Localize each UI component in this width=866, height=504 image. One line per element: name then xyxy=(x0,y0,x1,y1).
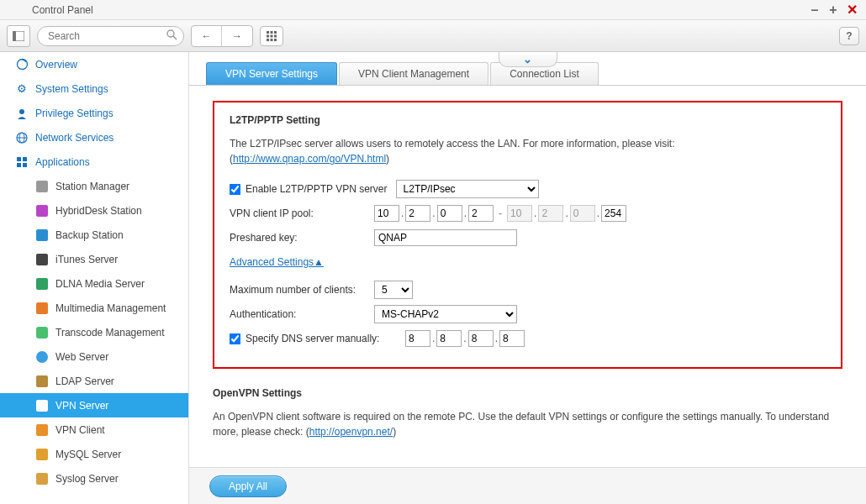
expand-handle[interactable]: ⌄ xyxy=(499,52,557,67)
sidebar-item-label: Syslog Server xyxy=(55,473,119,485)
syslog-icon xyxy=(35,472,49,486)
sidebar-item-syslog[interactable]: Syslog Server xyxy=(0,466,188,491)
psk-label: Preshared key: xyxy=(230,232,374,244)
svg-rect-12 xyxy=(274,39,277,41)
maximize-button[interactable]: + xyxy=(826,3,841,18)
sidebar-item-vpn-server[interactable]: VPN Server xyxy=(0,393,188,417)
titlebar: Control Panel – + ✕ xyxy=(0,0,866,20)
panel-toggle-button[interactable] xyxy=(7,25,30,47)
tab-vpn-client-management[interactable]: VPN Client Management xyxy=(339,62,488,85)
user-icon xyxy=(15,107,29,120)
sidebar-item-backup-station[interactable]: Backup Station xyxy=(0,223,188,247)
svg-rect-21 xyxy=(23,163,27,167)
dns-manual-checkbox[interactable] xyxy=(230,333,241,344)
close-button[interactable]: ✕ xyxy=(844,3,859,18)
forward-button[interactable]: → xyxy=(222,26,252,46)
psk-input[interactable] xyxy=(374,229,517,246)
sidebar-item-transcode[interactable]: Transcode Management xyxy=(0,320,188,344)
arrow-left-icon: ← xyxy=(202,30,212,42)
sidebar-item-label: HybridDesk Station xyxy=(55,205,142,217)
svg-rect-5 xyxy=(271,31,273,34)
svg-rect-19 xyxy=(23,157,27,161)
sidebar-item-vpn-client[interactable]: VPN Client xyxy=(0,417,188,442)
svg-point-14 xyxy=(19,109,24,114)
sidebar-item-label: Privilege Settings xyxy=(35,108,114,119)
web-icon xyxy=(35,350,49,364)
window-title: Control Panel xyxy=(32,4,93,16)
svg-rect-9 xyxy=(274,34,277,37)
sidebar-item-station-manager[interactable]: Station Manager xyxy=(0,174,188,198)
vpn-protocol-select[interactable]: L2TP/IPsec xyxy=(396,180,539,198)
sidebar-item-label: Network Services xyxy=(35,132,114,144)
sidebar-item-mysql[interactable]: MySQL Server xyxy=(0,442,188,466)
dns-oct1[interactable] xyxy=(405,330,430,347)
station-icon xyxy=(35,180,49,193)
footer: Apply All xyxy=(189,467,866,504)
dlna-icon xyxy=(35,277,49,291)
globe-icon xyxy=(15,131,29,144)
help-button[interactable]: ? xyxy=(839,27,859,45)
ip-start-oct1[interactable] xyxy=(374,205,399,222)
sidebar-item-label: Overview xyxy=(35,59,77,71)
enable-l2tp-checkbox[interactable] xyxy=(230,183,241,195)
settings-panel[interactable]: L2TP/PPTP Setting The L2TP/IPsec server … xyxy=(189,86,866,467)
sidebar-item-label: Transcode Management xyxy=(55,327,165,339)
ip-end-oct1 xyxy=(507,205,532,222)
svg-rect-11 xyxy=(271,39,273,41)
sidebar-item-label: iTunes Server xyxy=(55,254,118,265)
auth-label: Authentication: xyxy=(230,308,374,320)
tab-vpn-server-settings[interactable]: VPN Server Settings xyxy=(206,62,337,85)
dns-oct2[interactable] xyxy=(436,330,462,347)
sidebar-item-overview[interactable]: Overview xyxy=(0,52,188,76)
itunes-icon xyxy=(35,253,49,266)
dns-oct3[interactable] xyxy=(468,330,494,347)
sidebar-item-network-services[interactable]: Network Services xyxy=(0,125,188,150)
l2tp-info-link[interactable]: http://www.qnap.com/go/VPN.html xyxy=(233,153,386,165)
ip-start-oct2[interactable] xyxy=(405,205,430,222)
sidebar-item-itunes[interactable]: iTunes Server xyxy=(0,247,188,271)
overview-icon xyxy=(15,58,29,71)
ip-start-oct4[interactable] xyxy=(468,205,494,222)
chevron-down-icon: ⌄ xyxy=(523,53,532,66)
dns-oct4[interactable] xyxy=(499,330,525,347)
auth-select[interactable]: MS-CHAPv2 xyxy=(374,305,517,323)
panel-icon xyxy=(13,31,24,41)
search-input[interactable] xyxy=(37,26,184,46)
sidebar-item-privilege-settings[interactable]: Privilege Settings xyxy=(0,101,188,125)
hybriddesk-icon xyxy=(35,204,49,218)
sidebar-item-dlna[interactable]: DLNA Media Server xyxy=(0,271,188,296)
back-button[interactable]: ← xyxy=(192,26,222,46)
apply-all-button[interactable]: Apply All xyxy=(209,475,287,497)
multimedia-icon xyxy=(35,302,49,315)
sidebar-item-label: VPN Server xyxy=(55,400,108,412)
openvpn-description: An OpenVPN client software is required o… xyxy=(213,409,842,439)
sidebar-item-applications[interactable]: Applications xyxy=(0,150,188,174)
advanced-settings-toggle[interactable]: Advanced Settings▲ xyxy=(230,256,324,268)
gear-icon: ⚙ xyxy=(15,82,29,96)
sidebar-item-label: Station Manager xyxy=(55,181,129,192)
sidebar[interactable]: Overview ⚙ System Settings Privilege Set… xyxy=(0,52,189,504)
sidebar-item-label: DLNA Media Server xyxy=(55,278,145,290)
sidebar-item-hybriddesk[interactable]: HybridDesk Station xyxy=(0,198,188,223)
ip-end-oct4[interactable] xyxy=(601,205,626,222)
sidebar-item-web-server[interactable]: Web Server xyxy=(0,344,188,369)
openvpn-link[interactable]: http://openvpn.net/ xyxy=(309,426,393,438)
max-clients-select[interactable]: 5 xyxy=(374,281,413,299)
sidebar-item-system-settings[interactable]: ⚙ System Settings xyxy=(0,76,188,101)
l2tp-title: L2TP/PPTP Setting xyxy=(230,114,826,126)
svg-rect-6 xyxy=(274,31,277,34)
sidebar-item-ldap[interactable]: LDAP Server xyxy=(0,369,188,393)
svg-rect-1 xyxy=(13,31,16,41)
apps-icon xyxy=(15,155,29,169)
svg-point-13 xyxy=(17,60,27,70)
search-icon xyxy=(166,29,177,43)
grid-icon xyxy=(267,31,277,41)
minimize-button[interactable]: – xyxy=(807,3,822,18)
sidebar-item-multimedia[interactable]: Multimedia Management xyxy=(0,296,188,320)
svg-point-2 xyxy=(167,30,174,37)
toolbar: ← → ? xyxy=(0,20,866,52)
ip-start-oct3[interactable] xyxy=(437,205,462,222)
sidebar-item-label: Web Server xyxy=(55,351,108,363)
svg-rect-18 xyxy=(17,157,21,161)
apps-grid-button[interactable] xyxy=(260,26,283,46)
